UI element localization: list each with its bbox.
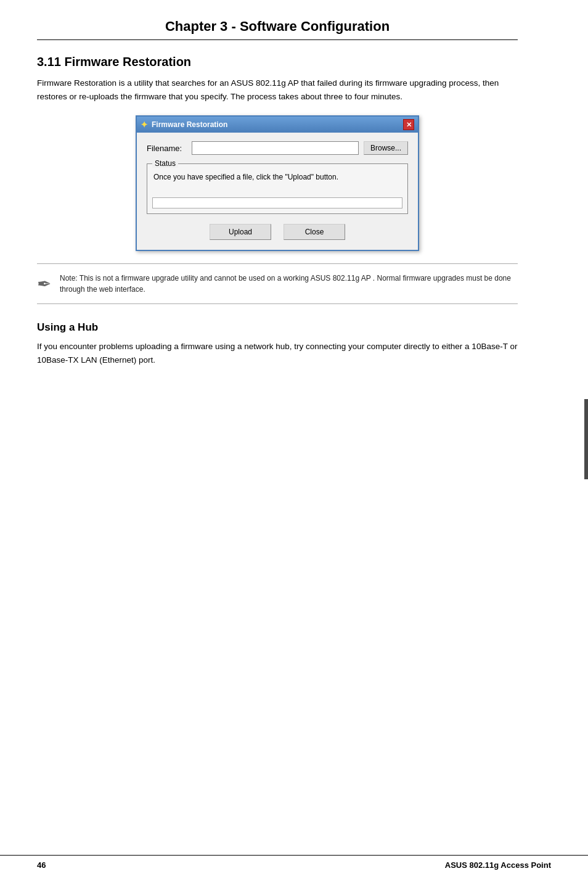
chapter-title: Chapter 3 - Software Configuration bbox=[37, 19, 518, 40]
dialog-close-button[interactable]: ✕ bbox=[403, 119, 414, 130]
status-text: Once you have specified a file, click th… bbox=[153, 171, 401, 183]
product-name: ASUS 802.11g Access Point bbox=[445, 860, 551, 870]
dialog-titlebar-left: ✦ Firmware Restoration bbox=[141, 120, 227, 130]
filename-label: Filename: bbox=[147, 144, 187, 153]
browse-button[interactable]: Browse... bbox=[364, 141, 408, 155]
page-footer: 46 ASUS 802.11g Access Point bbox=[0, 855, 588, 875]
upload-button[interactable]: Upload bbox=[210, 224, 271, 240]
side-tab: 3. SoftwareWeb (Common) bbox=[584, 399, 588, 479]
filename-row: Filename: Browse... bbox=[147, 141, 408, 155]
section-311-body: Firmware Restoration is a utility that s… bbox=[37, 76, 518, 103]
filename-input[interactable] bbox=[192, 141, 359, 155]
note-icon: ✒ bbox=[37, 274, 51, 294]
using-a-hub-body: If you encounter problems uploading a fi… bbox=[37, 340, 518, 366]
firmware-restoration-dialog: ✦ Firmware Restoration ✕ Filename: Brows… bbox=[136, 115, 419, 251]
section-311-heading: 3.11 Firmware Restoration bbox=[37, 55, 518, 69]
note-section: ✒ Note: This is not a firmware upgrade u… bbox=[37, 263, 518, 304]
status-group: Status Once you have specified a file, c… bbox=[147, 163, 408, 214]
dialog-body: Filename: Browse... Status Once you have… bbox=[137, 133, 418, 250]
status-legend: Status bbox=[152, 159, 178, 168]
dialog-title-text: Firmware Restoration bbox=[152, 120, 227, 129]
page-number: 46 bbox=[37, 860, 46, 870]
dialog-buttons: Upload Close bbox=[147, 224, 408, 240]
dialog-titlebar: ✦ Firmware Restoration ✕ bbox=[137, 117, 418, 133]
using-a-hub-heading: Using a Hub bbox=[37, 321, 518, 334]
note-text: Note: This is not a firmware upgrade uti… bbox=[60, 273, 518, 295]
close-button[interactable]: Close bbox=[284, 224, 345, 240]
dialog-wrapper: ✦ Firmware Restoration ✕ Filename: Brows… bbox=[37, 115, 518, 251]
dialog-title-icon: ✦ bbox=[141, 120, 148, 130]
status-progress-bar bbox=[152, 197, 402, 208]
